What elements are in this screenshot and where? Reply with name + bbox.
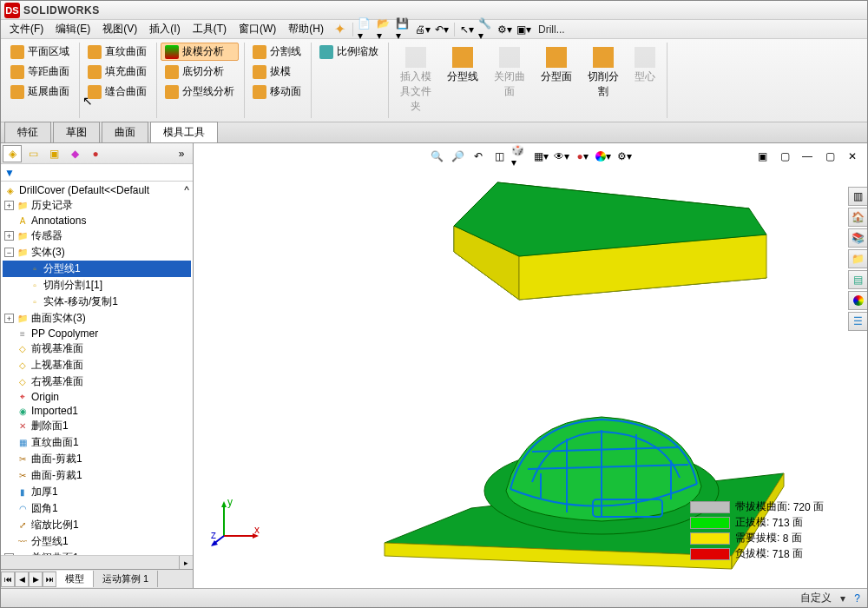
status-custom[interactable]: 自定义	[800, 591, 832, 605]
tree-node[interactable]: ✂曲面-剪裁1	[3, 467, 191, 484]
dock-appearance-icon[interactable]	[848, 291, 867, 310]
star-icon[interactable]: ✦	[331, 21, 349, 37]
window-button-1[interactable]: ▣	[753, 147, 772, 166]
status-help-icon[interactable]: ?	[854, 592, 860, 605]
previous-view-icon[interactable]: ↶	[469, 147, 488, 166]
apply-scene-icon[interactable]: ▾	[594, 147, 613, 166]
status-menu-icon[interactable]: ▾	[840, 592, 845, 605]
undercut-analysis-button[interactable]: 底切分析	[161, 63, 239, 81]
tab-sketch[interactable]: 草图	[53, 122, 100, 142]
undo-button[interactable]: ↶▾	[433, 21, 450, 38]
tree-node[interactable]: +📁传感器	[3, 228, 191, 244]
knit-surface-button[interactable]: 缝合曲面	[83, 83, 151, 101]
tab-model[interactable]: 模型	[56, 571, 94, 587]
dock-resources-icon[interactable]: ▥	[848, 187, 867, 206]
zoom-area-icon[interactable]: 🔎	[448, 147, 467, 166]
tree-node[interactable]: ▫实体-移动/复制1	[3, 294, 191, 310]
save-button[interactable]: 💾▾	[395, 21, 412, 38]
tree-node[interactable]: ▮加厚1	[3, 484, 191, 500]
print-button[interactable]: 🖨▾	[414, 21, 431, 38]
dock-properties-icon[interactable]: ☰	[848, 312, 867, 331]
edit-appearance-icon[interactable]: ●▾	[573, 147, 592, 166]
ruled-surface-button[interactable]: 直纹曲面	[83, 43, 151, 61]
window-minimize[interactable]: —	[798, 147, 817, 166]
dock-palette-icon[interactable]: ▤	[848, 270, 867, 289]
tab-mold-tools[interactable]: 模具工具	[150, 122, 218, 142]
tree-node[interactable]: ▫切削分割1[1]	[3, 277, 191, 294]
section-view-icon[interactable]: ◫	[490, 147, 509, 166]
tree-node[interactable]: ⤢缩放比例1	[3, 517, 191, 533]
dock-library-icon[interactable]: 📚	[848, 228, 867, 248]
planar-surface-button[interactable]: 平面区域	[6, 43, 74, 61]
new-button[interactable]: 📄▾	[357, 21, 374, 38]
parting-line-analysis-button[interactable]: 分型线分析	[161, 83, 239, 101]
options-button[interactable]: ⚙▾	[496, 21, 514, 38]
display-style-icon[interactable]: ▦▾	[531, 147, 550, 166]
tree-node[interactable]: ◇上视基准面	[3, 357, 191, 373]
tree-node[interactable]: ◇前视基准面	[3, 340, 191, 357]
filter-row[interactable]: ▼	[1, 164, 193, 182]
tab-scroll-last[interactable]: ⏭	[43, 572, 56, 587]
window-button-2[interactable]: ▢	[775, 147, 794, 166]
fm-expand-button[interactable]: »	[172, 145, 191, 162]
fm-tab-config-icon[interactable]: ▣	[44, 145, 63, 162]
draft-analysis-button[interactable]: 拔模分析	[161, 43, 239, 61]
menu-file[interactable]: 文件(F)	[4, 20, 49, 38]
scale-button[interactable]: 比例缩放	[315, 43, 383, 61]
menu-window[interactable]: 窗口(W)	[233, 20, 281, 38]
select-button[interactable]: ↖▾	[458, 21, 476, 38]
extend-surface-button[interactable]: 延展曲面	[6, 83, 74, 101]
fm-tab-property-icon[interactable]: ▭	[23, 145, 43, 162]
view-orient-icon[interactable]: 🎲▾	[510, 147, 529, 166]
tree-node[interactable]: +📁历史记录	[3, 197, 191, 214]
tab-scroll-next[interactable]: ▶	[29, 572, 43, 587]
draft-button[interactable]: 拔模	[248, 63, 306, 81]
tree-node[interactable]: −📁实体(3)	[3, 244, 191, 261]
tree-node[interactable]: ◠圆角1	[3, 500, 191, 517]
tree-node[interactable]: ◇右视基准面	[3, 373, 191, 390]
menu-view[interactable]: 视图(V)	[97, 20, 142, 38]
tree-node[interactable]: ≡PP Copolymer	[3, 327, 191, 340]
hide-show-icon[interactable]: 👁▾	[552, 147, 571, 166]
tree-node[interactable]: AAnnotations	[3, 214, 191, 228]
menu-help[interactable]: 帮助(H)	[283, 20, 329, 38]
fill-surface-button[interactable]: 填充曲面	[83, 63, 151, 81]
parting-surface-button[interactable]: 分型面	[535, 43, 578, 89]
dock-home-icon[interactable]: 🏠	[848, 208, 867, 227]
tree-node[interactable]: ✕删除面1	[3, 418, 191, 434]
graphics-viewport[interactable]: 🔍 🔎 ↶ ◫ 🎲▾ ▦▾ 👁▾ ●▾ ▾ ⚙▾ ▣ ▢ — ▢ ✕ ▥ 🏠	[194, 143, 867, 588]
fm-tab-display-icon[interactable]: ●	[86, 145, 105, 162]
tree-node[interactable]: 〰分型线1	[3, 533, 191, 550]
window-maximize[interactable]: ▢	[820, 147, 839, 166]
menu-insert[interactable]: 插入(I)	[144, 20, 185, 38]
split-line-button[interactable]: 分割线	[248, 43, 306, 61]
tooling-split-button[interactable]: 切削分割	[580, 43, 627, 103]
tree-node[interactable]: ✂曲面-剪裁1	[3, 451, 191, 467]
tab-feature[interactable]: 特征	[4, 122, 51, 142]
view-settings-icon[interactable]: ⚙▾	[615, 147, 634, 166]
rebuild-button[interactable]: 🔧▾	[477, 21, 495, 38]
tab-scroll-first[interactable]: ⏮	[1, 572, 15, 587]
view-triad[interactable]: y x z	[211, 497, 263, 549]
tree-node[interactable]: ⌖Origin	[3, 390, 191, 404]
parting-line-big-button[interactable]: 分型线	[441, 43, 484, 89]
tree-node[interactable]: ▦直纹曲面1	[3, 434, 191, 451]
tree-toggle-icon[interactable]: −	[4, 248, 14, 257]
tree-toggle-icon[interactable]: +	[4, 201, 14, 210]
display-button[interactable]: ▣▾	[516, 21, 533, 38]
move-face-button[interactable]: 移动面	[248, 83, 306, 101]
offset-surface-button[interactable]: 等距曲面	[6, 63, 74, 81]
tree-node[interactable]: +📁曲面实体(3)	[3, 310, 191, 327]
dock-explorer-icon[interactable]: 📁	[848, 249, 867, 268]
tree-node[interactable]: ▫分型线1	[3, 261, 191, 277]
tree-toggle-icon[interactable]: +	[4, 231, 14, 241]
zoom-fit-icon[interactable]: 🔍	[427, 147, 446, 166]
fm-tab-dimxpert-icon[interactable]: ◆	[65, 145, 84, 162]
menu-edit[interactable]: 编辑(E)	[50, 20, 95, 38]
tree-root[interactable]: ◈ DrillCover (Default<<Default ^	[3, 183, 191, 197]
menu-tools[interactable]: 工具(T)	[187, 20, 232, 38]
open-button[interactable]: 📂▾	[376, 21, 393, 38]
fm-tab-tree-icon[interactable]: ◈	[3, 145, 22, 162]
window-close[interactable]: ✕	[843, 147, 862, 166]
tab-surface[interactable]: 曲面	[102, 122, 148, 142]
